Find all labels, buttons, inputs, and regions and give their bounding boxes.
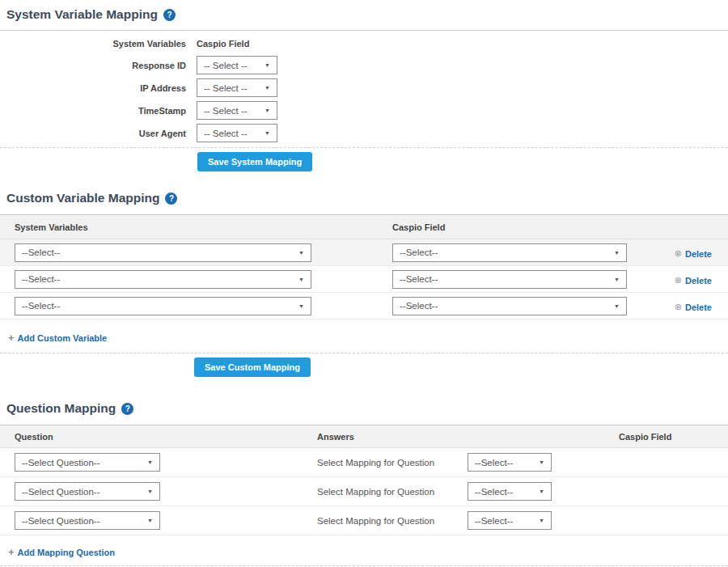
caspio-field-column-header: Caspio Field [392,222,654,232]
caret-down-icon: ▼ [614,250,620,256]
custom-system-variable-select[interactable]: --Select-- ▼ [15,243,311,262]
question-mapping-table: Question Answers Caspio Field --Select Q… [0,425,728,535]
caret-down-icon: ▼ [614,277,620,282]
answer-mapping-label: Select Mapping for Question [317,516,468,526]
question-mapping-header-row: Question Answers Caspio Field [0,425,728,448]
save-system-button-row: Save System Mapping [0,148,728,171]
delete-custom-variable-link[interactable]: ⊗Delete [675,275,712,286]
system-variables-column-header: System Variables [15,222,392,232]
select-value: --Select-- [400,274,438,284]
help-icon[interactable]: ? [163,9,176,21]
custom-mapping-title: Custom Variable Mapping ? [6,191,728,205]
system-variables-column-header: System Variables [0,39,186,49]
delete-circle-icon: ⊗ [675,302,682,312]
select-value: --Select-- [475,458,513,468]
select-value: -- Select -- [204,129,248,138]
answer-mapping-select[interactable]: --Select-- ▼ [468,511,552,530]
help-icon[interactable]: ? [121,403,133,415]
table-row: --Select-- ▼ --Select-- ▼ ⊗Delete [0,266,728,293]
question-select[interactable]: --Select Question-- ▼ [15,453,160,472]
user-agent-label: User Agent [0,129,186,138]
custom-system-variable-select[interactable]: --Select-- ▼ [15,270,311,289]
select-value: --Select-- [22,248,60,257]
caret-down-icon: ▼ [539,489,544,494]
table-row: IP Address -- Select -- ▼ [0,78,728,97]
answer-mapping-select[interactable]: --Select-- ▼ [468,453,552,472]
caret-down-icon: ▼ [265,62,270,68]
caret-down-icon: ▼ [539,459,544,465]
custom-caspio-field-select[interactable]: --Select-- ▼ [392,270,627,289]
delete-circle-icon: ⊗ [675,248,682,259]
plus-icon: + [8,332,15,344]
timestamp-select[interactable]: -- Select -- ▼ [197,101,277,120]
delete-label: Delete [685,276,712,286]
response-id-label: Response ID [0,61,186,70]
caret-down-icon: ▼ [298,250,304,256]
select-value: --Select-- [400,301,438,311]
section-title-text: System Variable Mapping [6,7,158,22]
caret-down-icon: ▼ [147,518,153,523]
add-mapping-question-row: +Add Mapping Question [8,544,728,559]
table-row: --Select-- ▼ --Select-- ▼ ⊗Delete [0,293,728,319]
save-custom-mapping-button[interactable]: Save Custom Mapping [194,358,311,377]
timestamp-label: TimeStamp [0,106,186,116]
caret-down-icon: ▼ [265,108,270,113]
select-value: --Select Question-- [22,458,100,468]
select-value: --Select Question-- [22,516,100,526]
question-select[interactable]: --Select Question-- ▼ [15,511,160,530]
response-id-select[interactable]: -- Select -- ▼ [197,56,277,74]
ip-address-select[interactable]: -- Select -- ▼ [197,78,277,97]
section-title-text: Custom Variable Mapping [6,191,159,205]
section-title-text: Question Mapping [6,401,116,416]
custom-system-variable-select[interactable]: --Select-- ▼ [15,297,311,315]
answer-mapping-select[interactable]: --Select-- ▼ [468,482,552,501]
add-label: Add Custom Variable [18,333,108,343]
system-variable-mapping-section: System Variable Mapping ? System Variabl… [0,0,728,171]
select-value: -- Select -- [204,83,248,93]
select-value: --Select-- [22,274,60,284]
question-mapping-section: Question Mapping ? Question Answers Casp… [0,401,728,567]
table-row: Response ID -- Select -- ▼ [0,56,728,74]
system-mapping-form: System Variables Caspio Field Response I… [0,31,728,142]
delete-circle-icon: ⊗ [675,275,682,286]
caret-down-icon: ▼ [298,277,304,282]
table-row: User Agent -- Select -- ▼ [0,124,728,142]
answer-mapping-label: Select Mapping for Question [317,487,468,497]
add-custom-variable-row: +Add Custom Variable [8,330,728,345]
question-mapping-title: Question Mapping ? [6,401,728,416]
add-mapping-question-link[interactable]: +Add Mapping Question [8,546,115,558]
question-select[interactable]: --Select Question-- ▼ [15,482,160,501]
delete-custom-variable-link[interactable]: ⊗Delete [675,248,712,259]
add-custom-variable-link[interactable]: +Add Custom Variable [8,332,107,344]
custom-mapping-table: System Variables Caspio Field --Select--… [0,215,728,319]
table-row: --Select Question-- ▼ Select Mapping for… [0,477,728,506]
system-mapping-title: System Variable Mapping ? [6,7,728,22]
table-row: TimeStamp -- Select -- ▼ [0,101,728,120]
caret-down-icon: ▼ [147,459,153,465]
plus-icon: + [8,546,15,558]
custom-caspio-field-select[interactable]: --Select-- ▼ [392,297,627,315]
table-row: --Select Question-- ▼ Select Mapping for… [0,448,728,477]
question-column-header: Question [15,432,317,442]
caret-down-icon: ▼ [298,303,304,309]
custom-caspio-field-select[interactable]: --Select-- ▼ [392,243,627,262]
table-row: --Select-- ▼ --Select-- ▼ ⊗Delete [0,239,728,266]
select-value: -- Select -- [204,61,248,70]
delete-custom-variable-link[interactable]: ⊗Delete [675,302,712,312]
user-agent-select[interactable]: -- Select -- ▼ [197,124,277,142]
delete-label: Delete [685,303,712,312]
table-row: --Select Question-- ▼ Select Mapping for… [0,506,728,535]
custom-variable-mapping-section: Custom Variable Mapping ? System Variabl… [0,191,728,377]
select-value: -- Select -- [204,106,248,116]
save-custom-button-row: Save Custom Mapping [0,353,728,377]
select-value: --Select-- [22,301,60,311]
delete-label: Delete [685,249,712,259]
save-system-mapping-button[interactable]: Save System Mapping [197,152,312,171]
custom-mapping-header-row: System Variables Caspio Field [0,215,728,239]
help-icon[interactable]: ? [165,193,177,205]
caret-down-icon: ▼ [614,303,620,309]
caret-down-icon: ▼ [539,518,544,523]
select-value: --Select Question-- [22,487,100,497]
ip-address-label: IP Address [0,83,186,93]
caspio-field-column-header: Caspio Field [197,39,249,49]
